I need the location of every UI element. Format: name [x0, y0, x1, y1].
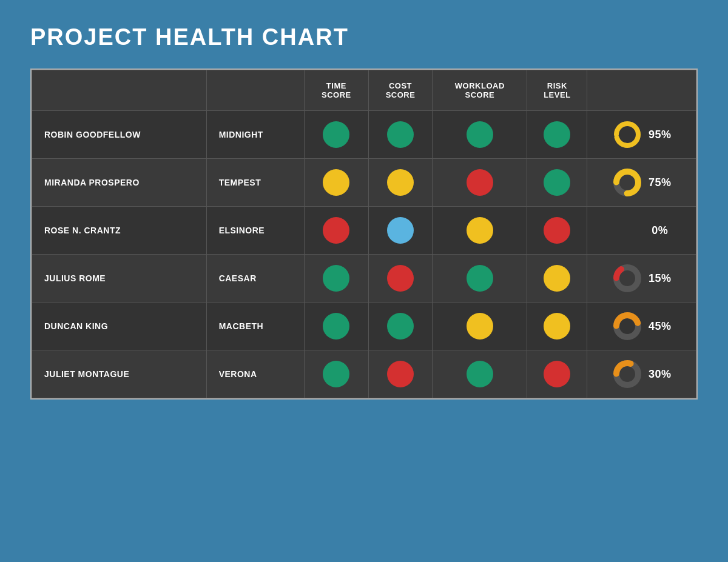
- time-dot: [323, 361, 349, 387]
- risk-level-cell: [527, 207, 587, 255]
- workload-dot: [467, 313, 493, 340]
- workload-dot: [467, 361, 493, 387]
- risk-dot: [544, 169, 570, 196]
- col-project-name: [206, 70, 304, 111]
- leader-name: MIRANDA PROSPERO: [32, 159, 207, 207]
- table-row: JULIUS ROME CAESAR: [32, 255, 696, 303]
- risk-level-cell: [527, 303, 587, 350]
- project-name: ELSINORE: [206, 207, 304, 255]
- cost-score-cell: [368, 159, 433, 207]
- time-score-cell: [305, 111, 369, 159]
- time-score-cell: [305, 207, 369, 255]
- svg-point-1: [616, 124, 638, 146]
- col-cost-score: COSTSCORE: [368, 70, 433, 111]
- time-dot: [323, 169, 349, 196]
- workload-score-cell: [433, 111, 527, 159]
- health-table: TIMESCORE COSTSCORE WORKLOADSCORE RISKLE…: [32, 70, 696, 398]
- col-time-score: TIMESCORE: [305, 70, 369, 111]
- chart-container: TIMESCORE COSTSCORE WORKLOADSCORE RISKLE…: [30, 69, 698, 400]
- cost-score-cell: [368, 350, 433, 398]
- time-score-cell: [305, 350, 369, 398]
- project-name: MACBETH: [206, 303, 304, 350]
- page-title: PROJECT HEALTH CHART: [30, 24, 349, 50]
- cost-dot: [387, 265, 414, 292]
- table-body: ROBIN GOODFELLOW MIDNIGHT: [32, 111, 696, 398]
- workload-dot: [467, 265, 493, 292]
- cost-score-cell: [368, 207, 433, 255]
- workload-dot: [467, 217, 493, 244]
- table-row: JULIET MONTAGUE VERONA: [32, 350, 696, 398]
- leader-name: JULIUS ROME: [32, 255, 207, 303]
- donut-chart: [612, 167, 642, 198]
- percent-value: 75%: [649, 176, 672, 189]
- table-row: MIRANDA PROSPERO TEMPEST: [32, 159, 696, 207]
- percent-value: 30%: [649, 368, 672, 381]
- col-percent-complete: [587, 70, 696, 111]
- percent-value: 15%: [649, 272, 672, 285]
- donut-chart: [612, 263, 642, 293]
- time-dot: [323, 121, 349, 148]
- risk-dot: [544, 265, 570, 292]
- time-dot: [323, 265, 349, 292]
- workload-score-cell: [433, 350, 527, 398]
- col-risk-level: RISKLEVEL: [527, 70, 587, 111]
- table-row: ROSE N. CRANTZ ELSINORE 0%: [32, 207, 696, 255]
- col-workload-score: WORKLOADSCORE: [433, 70, 527, 111]
- cost-dot: [387, 217, 414, 244]
- cost-dot: [387, 361, 414, 387]
- cost-score-cell: [368, 303, 433, 350]
- time-dot: [323, 313, 349, 340]
- percent-value: 45%: [649, 320, 672, 333]
- percent-value: 95%: [649, 129, 672, 141]
- risk-dot: [544, 217, 570, 244]
- percent-complete-cell: 30%: [587, 350, 696, 398]
- donut-chart: [612, 119, 642, 150]
- leader-name: DUNCAN KING: [32, 303, 207, 350]
- risk-dot: [544, 313, 570, 340]
- risk-level-cell: [527, 111, 587, 159]
- leader-name: ROBIN GOODFELLOW: [32, 111, 207, 159]
- risk-dot: [544, 121, 570, 148]
- percent-complete-cell: 0%: [587, 207, 696, 255]
- donut-chart: [612, 311, 642, 341]
- cost-score-cell: [368, 255, 433, 303]
- time-score-cell: [305, 255, 369, 303]
- header-row: TIMESCORE COSTSCORE WORKLOADSCORE RISKLE…: [32, 70, 696, 111]
- workload-score-cell: [433, 159, 527, 207]
- cost-dot: [387, 169, 414, 196]
- col-project-leader: [32, 70, 207, 111]
- cost-score-cell: [368, 111, 433, 159]
- table-row: DUNCAN KING MACBETH: [32, 303, 696, 350]
- percent-complete-cell: 15%: [587, 255, 696, 303]
- workload-score-cell: [433, 207, 527, 255]
- risk-level-cell: [527, 159, 587, 207]
- project-name: MIDNIGHT: [206, 111, 304, 159]
- risk-dot: [544, 361, 570, 387]
- leader-name: ROSE N. CRANTZ: [32, 207, 207, 255]
- workload-score-cell: [433, 303, 527, 350]
- cost-dot: [387, 121, 414, 148]
- time-dot: [323, 217, 349, 244]
- time-score-cell: [305, 159, 369, 207]
- percent-value: 0%: [652, 224, 668, 237]
- workload-dot: [467, 169, 493, 196]
- cost-dot: [387, 313, 414, 340]
- risk-level-cell: [527, 255, 587, 303]
- table-row: ROBIN GOODFELLOW MIDNIGHT: [32, 111, 696, 159]
- project-name: VERONA: [206, 350, 304, 398]
- project-name: TEMPEST: [206, 159, 304, 207]
- workload-score-cell: [433, 255, 527, 303]
- workload-dot: [467, 121, 493, 148]
- donut-chart: [612, 359, 642, 389]
- risk-level-cell: [527, 350, 587, 398]
- percent-complete-cell: 75%: [587, 159, 696, 207]
- percent-complete-cell: 45%: [587, 303, 696, 350]
- time-score-cell: [305, 303, 369, 350]
- leader-name: JULIET MONTAGUE: [32, 350, 207, 398]
- project-name: CAESAR: [206, 255, 304, 303]
- percent-complete-cell: 95%: [587, 111, 696, 159]
